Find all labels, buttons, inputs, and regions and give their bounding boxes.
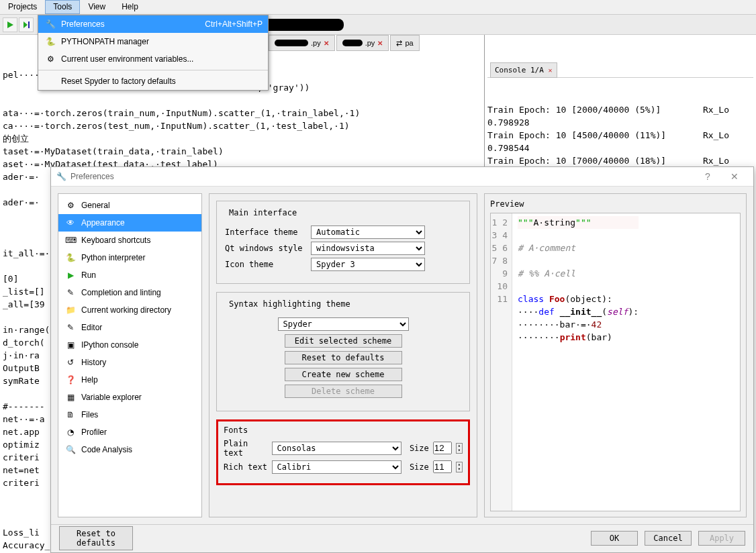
plain-size-input[interactable] <box>433 442 452 454</box>
main-interface-group: Main interface Interface theme Automatic… <box>216 201 470 284</box>
run-icon: ▶ <box>65 270 76 281</box>
editor-tab[interactable]: .py✕ <box>269 35 335 51</box>
preview-gutter: 1 2 3 4 5 6 7 8 9 10 11 <box>491 213 512 511</box>
create-scheme-button[interactable]: Create new scheme <box>285 368 402 381</box>
syntax-title: Syntax highlighting theme <box>226 299 353 309</box>
cat-files[interactable]: 🗎Files <box>58 406 201 423</box>
tools-dropdown: 🔧 Preferences Ctrl+Alt+Shift+P 🐍 PYTHONP… <box>38 15 269 91</box>
interface-theme-select[interactable]: Automatic <box>311 225 425 239</box>
fonts-group: Fonts Plain text Consolas Size ▴▾ Rich t… <box>216 419 470 485</box>
rich-font-select[interactable]: Calibri <box>272 460 401 474</box>
menu-tools[interactable]: Tools <box>45 0 80 14</box>
help-button[interactable]: ? <box>694 171 721 182</box>
rich-size-spinner[interactable]: ▴▾ <box>456 462 463 472</box>
cat-profiler[interactable]: ◔Profiler <box>58 423 201 441</box>
reset-scheme-button[interactable]: Reset to defaults <box>285 351 402 364</box>
menu-preferences-label: Preferences <box>61 19 205 29</box>
menu-projects[interactable]: Projects <box>0 0 45 14</box>
run-to-button[interactable] <box>19 17 34 32</box>
dialog-body: ⚙General 👁Appearance ⌨Keyboard shortcuts… <box>51 187 753 524</box>
qt-style-label: Qt windows style <box>225 244 305 253</box>
editor-tab[interactable]: ⇄pa <box>390 35 419 51</box>
cat-run[interactable]: ▶Run <box>58 266 201 284</box>
interface-theme-label: Interface theme <box>225 228 305 237</box>
menu-view[interactable]: View <box>80 0 113 14</box>
menu-pythonpath[interactable]: 🐍 PYTHONPATH manager <box>38 33 268 50</box>
close-icon[interactable]: ✕ <box>377 40 383 47</box>
plain-text-label: Plain text <box>224 439 268 458</box>
dialog-title: Preferences <box>70 172 694 181</box>
cat-completion[interactable]: ✎Completion and linting <box>58 284 201 301</box>
appearance-icon: 👁 <box>65 217 76 228</box>
reset-defaults-button[interactable]: Reset to defaults <box>59 526 133 550</box>
cat-code-analysis[interactable]: 🔍Code Analysis <box>58 441 201 458</box>
cat-ipython[interactable]: ▣IPython console <box>58 336 201 354</box>
console-tabs: Console 1/A ✕ <box>487 63 753 78</box>
preview-panel: Preview 1 2 3 4 5 6 7 8 9 10 11 """A·str… <box>484 193 747 517</box>
cat-appearance[interactable]: 👁Appearance <box>58 214 201 232</box>
ok-button[interactable]: OK <box>591 531 638 546</box>
menu-separator <box>38 70 268 70</box>
cat-editor[interactable]: ✎Editor <box>58 319 201 336</box>
edit-scheme-button[interactable]: Edit selected scheme <box>285 334 402 348</box>
help-icon: ❓ <box>65 374 76 385</box>
menu-preferences-shortcut: Ctrl+Alt+Shift+P <box>205 19 263 29</box>
svg-marker-1 <box>23 21 28 28</box>
codean-icon: 🔍 <box>65 444 76 455</box>
editor-tabs: .py✕ .py✕ ⇄pa <box>269 35 420 51</box>
menu-env-vars[interactable]: ⚙ Current user environment variables... <box>38 50 268 68</box>
syntax-scheme-select[interactable]: Spyder <box>278 317 409 331</box>
svg-rect-2 <box>28 21 30 28</box>
preview-code: """A·string""" # A·comment # %% A·cell c… <box>512 213 644 511</box>
dialog-titlebar: 🔧 Preferences ? ✕ <box>51 167 753 187</box>
cat-help[interactable]: ❓Help <box>58 371 201 389</box>
menu-help[interactable]: Help <box>113 0 146 14</box>
rich-text-label: Rich text <box>224 462 268 472</box>
varexp-icon: ▦ <box>65 392 76 403</box>
gear-icon: ⚙ <box>65 200 76 211</box>
ipython-icon: ▣ <box>65 340 76 350</box>
menu-preferences[interactable]: 🔧 Preferences Ctrl+Alt+Shift+P <box>38 15 268 33</box>
syntax-group: Syntax highlighting theme Spyder Edit se… <box>216 292 470 411</box>
rich-size-input[interactable] <box>433 460 452 473</box>
close-button[interactable]: ✕ <box>721 171 748 182</box>
console-tab[interactable]: Console 1/A ✕ <box>490 62 557 78</box>
plain-size-spinner[interactable]: ▴▾ <box>456 443 463 454</box>
cat-python-interpreter[interactable]: 🐍Python interpreter <box>58 249 201 266</box>
run-button[interactable] <box>3 17 17 32</box>
size-label: Size <box>410 444 429 453</box>
wrench-icon: 🔧 <box>56 172 66 181</box>
cat-keyboard[interactable]: ⌨Keyboard shortcuts <box>58 232 201 249</box>
main-interface-title: Main interface <box>226 208 299 217</box>
cat-history[interactable]: ↺History <box>58 354 201 371</box>
editor-tab[interactable]: .py✕ <box>336 35 389 51</box>
completion-icon: ✎ <box>65 287 76 298</box>
icon-theme-select[interactable]: Spyder 3 <box>311 258 425 271</box>
dialog-footer: Reset to defaults OK Cancel Apply <box>51 524 753 552</box>
python-icon: 🐍 <box>65 252 76 263</box>
close-icon[interactable]: ✕ <box>324 40 329 47</box>
profiler-icon: ◔ <box>65 427 76 438</box>
qt-style-select[interactable]: windowsvista <box>311 242 425 255</box>
delete-scheme-button: Delete scheme <box>285 385 402 398</box>
wrench-icon: 🔧 <box>44 19 57 30</box>
cat-general[interactable]: ⚙General <box>58 197 201 214</box>
plain-font-select[interactable]: Consolas <box>272 442 401 455</box>
folder-icon: 📁 <box>65 305 76 315</box>
size-label: Size <box>410 462 429 472</box>
editor-icon: ✎ <box>65 322 76 333</box>
apply-button: Apply <box>698 531 745 546</box>
history-icon: ↺ <box>65 357 76 368</box>
category-list: ⚙General 👁Appearance ⌨Keyboard shortcuts… <box>58 193 202 517</box>
icon-theme-label: Icon theme <box>225 260 305 269</box>
close-icon[interactable]: ✕ <box>548 66 552 74</box>
cat-cwd[interactable]: 📁Current working directory <box>58 301 201 319</box>
python-icon: 🐍 <box>44 36 57 47</box>
fonts-title: Fonts <box>224 425 463 435</box>
cancel-button[interactable]: Cancel <box>645 531 692 546</box>
cat-varexp[interactable]: ▦Variable explorer <box>58 389 201 406</box>
menu-reset-spyder[interactable]: Reset Spyder to factory defaults <box>38 72 268 90</box>
menubar: Projects Tools View Help <box>0 0 756 15</box>
env-icon: ⚙ <box>44 54 57 64</box>
files-icon: 🗎 <box>65 409 76 420</box>
